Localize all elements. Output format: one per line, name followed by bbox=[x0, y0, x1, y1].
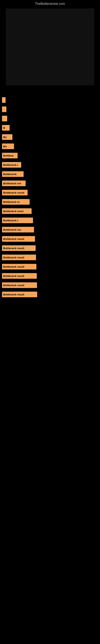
result-item: Bottleneck re bbox=[2, 199, 98, 205]
result-bar-4: B bbox=[2, 125, 10, 130]
result-bar-8: Bottleneck r bbox=[2, 162, 21, 168]
result-item: Bo bbox=[2, 144, 98, 149]
result-bar-12: Bottleneck re bbox=[2, 199, 30, 205]
result-bar-label-11: Bottleneck result bbox=[3, 191, 24, 194]
result-bar-20: Bottleneck result bbox=[2, 273, 37, 279]
result-item: Bottleneck res bbox=[2, 227, 98, 232]
result-bar-18: Bottleneck result bbox=[2, 254, 36, 260]
result-item bbox=[2, 116, 98, 121]
result-bar-label-21: Bottleneck result bbox=[3, 284, 24, 287]
result-item: Bottlene bbox=[2, 153, 98, 158]
result-bar-10: Bottleneck res bbox=[2, 180, 26, 186]
site-title-text: TheBottlenecker.com bbox=[35, 2, 65, 6]
result-bar-label-9: Bottleneck bbox=[3, 173, 16, 176]
result-bar-5: Bo bbox=[2, 134, 12, 140]
result-bar-22: Bottleneck result bbox=[2, 292, 37, 297]
result-bar-label-19: Bottleneck result bbox=[3, 265, 24, 268]
result-bar-11: Bottleneck result bbox=[2, 190, 28, 196]
result-item: Bottleneck r bbox=[2, 218, 98, 223]
result-bar-label-14: Bottleneck r bbox=[3, 219, 18, 222]
result-bar-1 bbox=[2, 97, 6, 103]
result-bar-label-6: Bo bbox=[3, 145, 7, 148]
result-bar-14: Bottleneck r bbox=[2, 218, 33, 223]
result-bar-label-12: Bottleneck re bbox=[3, 200, 20, 204]
result-item: Bottleneck res bbox=[2, 180, 98, 186]
result-bar-3 bbox=[2, 116, 7, 121]
result-bar-label-7: Bottlene bbox=[3, 154, 14, 157]
result-bar-6: Bo bbox=[2, 144, 14, 149]
result-item: Bottleneck result bbox=[2, 236, 98, 242]
result-item: Bottleneck result bbox=[2, 190, 98, 196]
result-bar-7: Bottlene bbox=[2, 153, 18, 158]
result-bar-label-4: B bbox=[3, 126, 5, 130]
result-bar-13: Bottleneck resul bbox=[2, 208, 32, 214]
result-item: Bottleneck result bbox=[2, 282, 98, 288]
result-bar-label-22: Bottleneck result bbox=[3, 293, 24, 296]
result-bar-15: Bottleneck res bbox=[2, 227, 34, 232]
result-bar-label-20: Bottleneck result bbox=[3, 274, 24, 278]
result-item: Bottleneck result bbox=[2, 292, 98, 297]
result-item bbox=[2, 106, 98, 112]
result-bar-label-8: Bottleneck r bbox=[3, 164, 18, 166]
result-item: Bottleneck resul bbox=[2, 208, 98, 214]
chart-inner bbox=[6, 9, 94, 85]
result-bar-16: Bottleneck result bbox=[2, 236, 35, 242]
result-bar-19: Bottleneck result bbox=[2, 264, 36, 270]
chart-area bbox=[0, 9, 100, 93]
result-bar-label-17: Bottleneck result bbox=[3, 247, 24, 250]
result-item: Bottleneck r bbox=[2, 162, 98, 168]
result-item: Bottleneck bbox=[2, 171, 98, 177]
result-bar-label-10: Bottleneck res bbox=[3, 182, 21, 185]
result-bar-17: Bottleneck result bbox=[2, 245, 36, 251]
result-item: Bottleneck result bbox=[2, 254, 98, 260]
result-item: Bottleneck result bbox=[2, 245, 98, 251]
result-bar-label-5: Bo bbox=[3, 136, 7, 139]
result-item: Bottleneck result bbox=[2, 264, 98, 270]
result-bar-label-13: Bottleneck resul bbox=[3, 210, 23, 213]
result-item: B bbox=[2, 125, 98, 130]
result-item bbox=[2, 97, 98, 103]
result-item: Bottleneck result bbox=[2, 273, 98, 279]
result-bar-label-18: Bottleneck result bbox=[3, 256, 24, 259]
result-bar-label-16: Bottleneck result bbox=[3, 238, 24, 240]
result-section: BBoBoBottleneBottleneck rBottleneckBottl… bbox=[0, 97, 100, 297]
result-bar-9: Bottleneck bbox=[2, 171, 24, 177]
site-title: TheBottlenecker.com bbox=[0, 0, 100, 7]
result-bar-21: Bottleneck result bbox=[2, 282, 37, 288]
result-bar-2 bbox=[2, 106, 6, 112]
result-item: Bo bbox=[2, 134, 98, 140]
result-bar-label-15: Bottleneck res bbox=[3, 228, 21, 231]
